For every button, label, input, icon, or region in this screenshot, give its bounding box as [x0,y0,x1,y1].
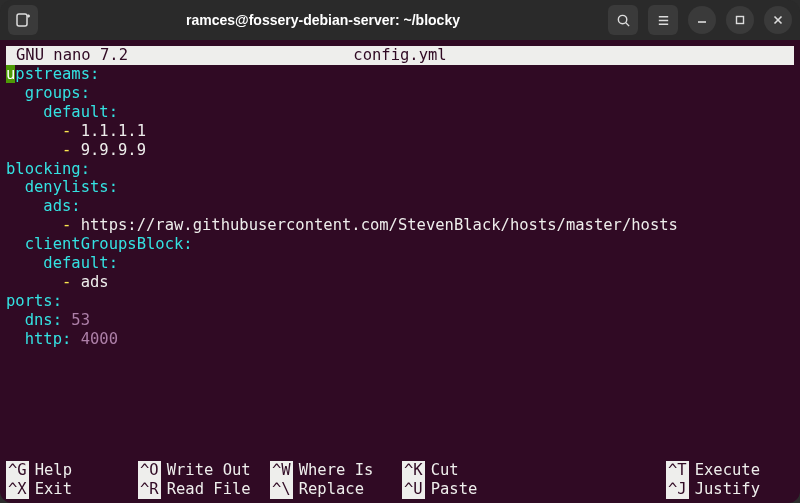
editor-line: denylists: [6,178,794,197]
window-title: ramces@fossery-debian-server: ~/blocky [38,12,608,28]
nano-file-name: config.yml [353,46,446,65]
token: - [62,141,81,159]
shortcut-key: ^T [666,461,689,480]
footer-shortcut: ^TExecute [666,461,794,480]
token [6,273,62,291]
token: : [81,160,90,178]
shortcut-label: Exit [35,480,72,499]
shortcut-key: ^K [402,461,425,480]
footer-shortcut: ^GHelp [6,461,134,480]
close-button[interactable] [764,6,792,34]
token: : [62,330,81,348]
token: 9.9.9.9 [81,141,146,159]
token: pstreams [15,65,90,83]
token: default [43,103,108,121]
token: blocking [6,160,81,178]
token: : [183,235,192,253]
token [6,84,25,102]
editor-line: - ads [6,273,794,292]
token: : [71,197,80,215]
editor-line: default: [6,254,794,273]
token [6,330,25,348]
cursor: u [6,65,15,83]
token: : [109,103,118,121]
shortcut-key: ^X [6,480,29,499]
editor-line: ads: [6,197,794,216]
hamburger-menu-button[interactable] [648,5,678,35]
shortcut-label: Replace [299,480,364,499]
shortcut-label: Execute [695,461,760,480]
nano-footer: ^GHelp^OWrite Out^WWhere Is^KCut^TExecut… [0,461,800,503]
svg-rect-9 [737,17,744,24]
shortcut-label: Write Out [167,461,251,480]
footer-shortcut: ^\Replace [270,480,398,499]
token: denylists [25,178,109,196]
footer-shortcut: ^RRead File [138,480,266,499]
token: : [53,311,72,329]
token [6,311,25,329]
window-titlebar: ramces@fossery-debian-server: ~/blocky [0,0,800,40]
editor-line: - https://raw.githubusercontent.com/Stev… [6,216,794,235]
token: https://raw.githubusercontent.com/Steven… [81,216,678,234]
shortcut-label: Help [35,461,72,480]
shortcut-key: ^\ [270,480,293,499]
editor-content[interactable]: upstreams: groups: default: - 1.1.1.1 - … [0,65,800,461]
svg-line-4 [625,22,628,25]
footer-shortcut: ^KCut [402,461,530,480]
terminal-area[interactable]: GNU nano 7.2 config.yml upstreams: group… [0,40,800,503]
maximize-button[interactable] [726,6,754,34]
shortcut-label: Read File [167,480,251,499]
token: ads [43,197,71,215]
token: ports [6,292,53,310]
footer-shortcut: ^WWhere Is [270,461,398,480]
shortcut-key: ^O [138,461,161,480]
new-tab-button[interactable] [8,5,38,35]
shortcut-key: ^J [666,480,689,499]
token: http [25,330,62,348]
token: : [90,65,99,83]
footer-shortcut: ^OWrite Out [138,461,266,480]
shortcut-key: ^W [270,461,293,480]
token: default [43,254,108,272]
shortcut-key: ^R [138,480,161,499]
editor-line: groups: [6,84,794,103]
footer-shortcut: ^XExit [6,480,134,499]
editor-line: blocking: [6,160,794,179]
token: - [62,122,81,140]
token: 53 [71,311,90,329]
token: ads [81,273,109,291]
token: - [62,216,81,234]
token [6,122,62,140]
token [6,197,43,215]
token: : [53,292,62,310]
token: : [81,84,90,102]
nano-header-bar: GNU nano 7.2 config.yml [6,46,794,65]
editor-line: - 1.1.1.1 [6,122,794,141]
minimize-button[interactable] [688,6,716,34]
shortcut-key: ^U [402,480,425,499]
footer-shortcut: ^JJustify [666,480,794,499]
shortcut-label: Justify [695,480,760,499]
token: groups [25,84,81,102]
svg-point-3 [618,15,626,23]
token: 4000 [81,330,118,348]
shortcut-key: ^G [6,461,29,480]
editor-line: clientGroupsBlock: [6,235,794,254]
token [6,178,25,196]
footer-shortcut [534,461,662,480]
token: : [109,254,118,272]
editor-line: - 9.9.9.9 [6,141,794,160]
token [6,235,25,253]
token [6,141,62,159]
svg-rect-0 [17,14,27,26]
token [6,254,43,272]
shortcut-label: Where Is [299,461,374,480]
token: 1.1.1.1 [81,122,146,140]
token: clientGroupsBlock [25,235,184,253]
token [6,103,43,121]
search-button[interactable] [608,5,638,35]
editor-line: http: 4000 [6,330,794,349]
footer-shortcut [534,480,662,499]
token [6,216,62,234]
token: - [62,273,81,291]
